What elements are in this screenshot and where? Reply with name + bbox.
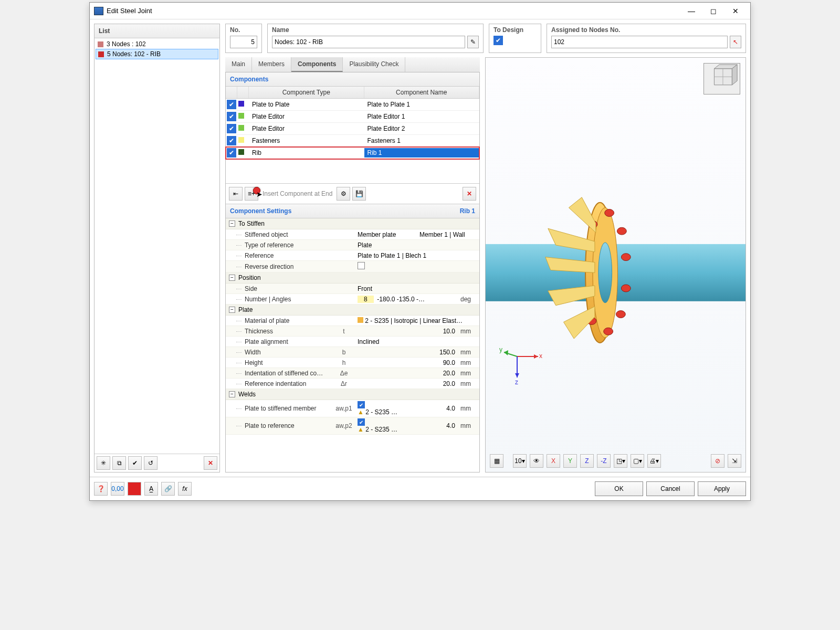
svg-point-14 <box>604 328 613 335</box>
vp-detach-button[interactable]: ⇲ <box>728 454 741 468</box>
maximize-button[interactable]: ◻ <box>703 4 724 18</box>
list-item-label: 3 Nodes : 102 <box>107 40 146 48</box>
color-swatch <box>238 137 244 143</box>
settings-tree[interactable]: −To Stiffen Stiffened objectMember plate… <box>226 218 479 472</box>
vp-axis-z-button[interactable]: Z <box>580 454 594 468</box>
svg-point-9 <box>605 209 614 217</box>
components-title: Components <box>226 72 479 87</box>
field-to-design: To Design ✔ <box>489 24 541 53</box>
to-design-checkbox[interactable]: ✔ <box>494 36 503 45</box>
tab-members[interactable]: Members <box>252 57 291 72</box>
check-in-button[interactable]: ✔ <box>128 456 142 470</box>
group-header-position[interactable]: −Position <box>226 272 479 284</box>
color-swatch <box>238 101 244 107</box>
field-assigned-nodes: Assigned to Nodes No. ↖ <box>547 24 746 53</box>
vp-axis-x-button[interactable]: X <box>547 454 560 468</box>
font-button[interactable]: A̲ <box>144 482 158 496</box>
component-row[interactable]: ✔ Plate Editor Plate Editor 1 <box>226 111 479 123</box>
svg-point-12 <box>621 285 631 292</box>
color-swatch <box>98 51 104 57</box>
footer: ❓ 0,00 A̲ 🔗 fx OK Cancel Apply <box>90 477 750 500</box>
nodes-input[interactable] <box>551 36 728 48</box>
apply-button[interactable]: Apply <box>698 481 746 496</box>
tab-main[interactable]: Main <box>225 57 252 72</box>
app-icon <box>94 7 103 15</box>
svg-point-8 <box>598 243 612 303</box>
svg-point-10 <box>617 227 626 235</box>
list-item[interactable]: 3 Nodes : 102 <box>96 39 218 49</box>
component-toolbar: ⇤ ≡+ Insert Component at End ⚙ 💾 ✕ ➤ <box>226 183 479 204</box>
material-swatch <box>358 317 363 323</box>
new-joint-button[interactable]: ✳ <box>97 456 110 470</box>
list-item-label: 5 Nodes: 102 - RIB <box>107 50 161 58</box>
units-button[interactable]: 0,00 <box>111 482 124 496</box>
fx-button[interactable]: fx <box>178 482 192 496</box>
ok-button[interactable]: OK <box>595 481 643 496</box>
delete-component-button[interactable]: ✕ <box>463 187 476 201</box>
vp-clear-button[interactable]: ⊘ <box>711 454 724 468</box>
field-name: Name ✎ <box>267 24 484 53</box>
list-title: List <box>94 24 219 38</box>
vp-eye-button[interactable]: 👁 <box>530 454 543 468</box>
vp-print-button[interactable]: 🖨▾ <box>647 454 661 468</box>
vp-tool-1[interactable]: ▦ <box>490 454 503 468</box>
check-out-button[interactable]: ↺ <box>144 456 158 470</box>
row-checkbox[interactable]: ✔ <box>227 124 236 133</box>
components-table: Component Type Component Name ✔ Plate to… <box>226 87 479 183</box>
component-row[interactable]: ✔ Plate to Plate Plate to Plate 1 <box>226 99 479 111</box>
vp-axis-y-button[interactable]: Y <box>563 454 577 468</box>
component-row[interactable]: ✔ Rib Rib 1 <box>226 147 479 159</box>
color-swatch <box>238 149 244 155</box>
3d-viewport[interactable]: x y z ▦ 10▾ 👁 X Y Z -Z ◳▾ ▢▾ <box>485 57 746 472</box>
group-header-plate[interactable]: −Plate <box>226 304 479 316</box>
list-item[interactable]: 5 Nodes: 102 - RIB <box>96 49 218 59</box>
weld-checkbox[interactable]: ✔ <box>358 418 365 426</box>
group-header-welds[interactable]: −Welds <box>226 389 479 400</box>
model-render <box>486 89 746 440</box>
row-checkbox[interactable]: ✔ <box>227 148 236 158</box>
help-button[interactable]: ❓ <box>94 482 108 496</box>
component-row[interactable]: ✔ Fasteners Fasteners 1 <box>226 135 479 147</box>
vp-iso-button[interactable]: ◳▾ <box>614 454 627 468</box>
link-button[interactable]: 🔗 <box>161 482 175 496</box>
reverse-direction-checkbox[interactable] <box>358 262 365 269</box>
edit-name-button[interactable]: ✎ <box>467 36 479 48</box>
row-checkbox[interactable]: ✔ <box>227 112 236 121</box>
close-button[interactable]: ✕ <box>725 4 746 18</box>
vp-axis-neg-z-button[interactable]: -Z <box>597 454 611 468</box>
joint-list[interactable]: 3 Nodes : 102 5 Nodes: 102 - RIB <box>94 38 219 454</box>
name-input[interactable] <box>272 36 465 48</box>
tab-plausibility[interactable]: Plausibility Check <box>343 57 405 72</box>
svg-marker-23 <box>534 354 538 359</box>
row-checkbox[interactable]: ✔ <box>227 100 236 109</box>
pick-nodes-button[interactable]: ↖ <box>730 36 741 48</box>
tabs: Main Members Components Plausibility Che… <box>225 57 480 72</box>
svg-marker-25 <box>504 350 508 355</box>
titlebar: Edit Steel Joint — ◻ ✕ <box>90 3 750 19</box>
save-component-button[interactable]: 💾 <box>352 187 366 201</box>
delete-joint-button[interactable]: ✕ <box>204 456 217 470</box>
vp-zoom-button[interactable]: 10▾ <box>513 454 527 468</box>
col-type: Component Type <box>249 87 364 98</box>
vp-box-button[interactable]: ▢▾ <box>631 454 644 468</box>
color-button[interactable] <box>128 482 141 496</box>
col-name: Component Name <box>364 87 480 98</box>
library-button[interactable]: ⚙ <box>337 187 350 201</box>
insert-placeholder: Insert Component at End <box>260 190 334 197</box>
svg-point-13 <box>616 311 625 318</box>
cancel-button[interactable]: Cancel <box>646 481 695 496</box>
cursor-arrow-icon: ➤ <box>256 190 262 198</box>
svg-point-11 <box>621 254 631 261</box>
copy-joint-button[interactable]: ⧉ <box>112 456 126 470</box>
no-input[interactable] <box>230 36 257 48</box>
weld-checkbox[interactable]: ✔ <box>358 401 365 408</box>
component-row[interactable]: ✔ Plate Editor Plate Editor 2 <box>226 123 479 135</box>
move-first-button[interactable]: ⇤ <box>229 187 243 201</box>
number-angles-input[interactable]: 8 <box>358 296 374 303</box>
color-swatch <box>238 125 244 131</box>
minimize-button[interactable]: — <box>681 4 702 18</box>
tab-components[interactable]: Components <box>291 57 343 72</box>
group-header-stiffen[interactable]: −To Stiffen <box>226 218 479 229</box>
window-title: Edit Steel Joint <box>107 7 681 15</box>
row-checkbox[interactable]: ✔ <box>227 136 236 145</box>
